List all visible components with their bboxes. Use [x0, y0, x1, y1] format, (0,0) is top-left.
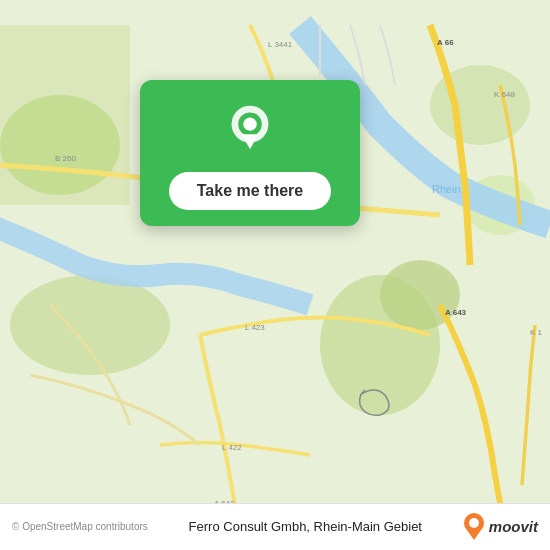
svg-text:A 66: A 66	[437, 38, 454, 47]
svg-text:Rhein: Rhein	[432, 183, 461, 195]
location-card: Take me there	[140, 80, 360, 226]
svg-point-21	[243, 117, 256, 130]
svg-text:K 1: K 1	[530, 328, 543, 337]
svg-text:L 423: L 423	[245, 323, 265, 332]
svg-text:L 422: L 422	[222, 443, 242, 452]
svg-marker-22	[242, 134, 259, 149]
svg-point-5	[0, 95, 120, 195]
svg-text:L 3441: L 3441	[268, 40, 293, 49]
svg-marker-25	[467, 530, 481, 540]
svg-point-24	[469, 518, 479, 528]
bottom-bar: © OpenStreetMap contributors Ferro Consu…	[0, 503, 550, 550]
moovit-logo: moovit	[463, 512, 538, 540]
svg-text:A 643: A 643	[445, 308, 467, 317]
moovit-text: moovit	[489, 518, 538, 535]
attribution: © OpenStreetMap contributors	[12, 521, 148, 532]
moovit-pin-icon	[463, 512, 485, 540]
map-container: B 260 B 42 L 3441 A 66 A 643 K 648 L 423…	[0, 0, 550, 550]
svg-text:K 648: K 648	[494, 90, 515, 99]
place-info: Ferro Consult Gmbh, Rhein-Main Gebiet	[148, 519, 463, 534]
take-me-there-button[interactable]: Take me there	[169, 172, 331, 210]
svg-point-1	[10, 275, 170, 375]
pin-icon	[224, 104, 276, 156]
svg-text:B 260: B 260	[55, 154, 76, 163]
